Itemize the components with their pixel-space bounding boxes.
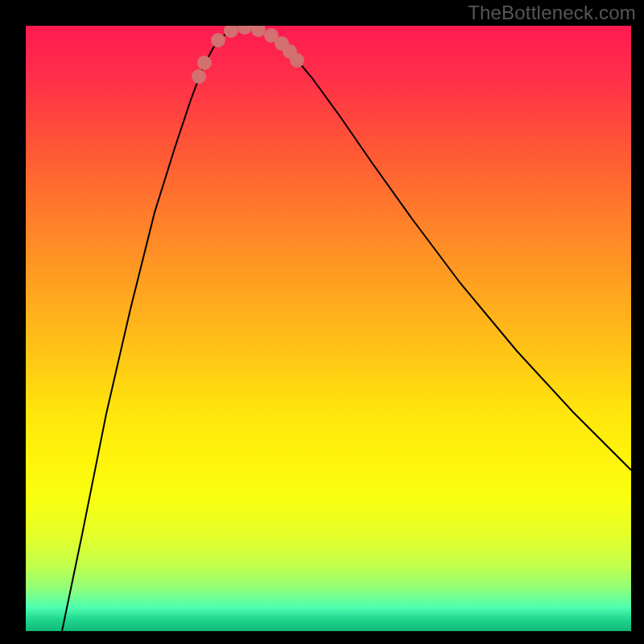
bottleneck-curve-left: [62, 27, 245, 631]
chart-frame: TheBottleneck.com: [0, 0, 644, 644]
optimum-marker: [290, 53, 304, 68]
optimum-marker: [237, 26, 252, 35]
optimum-markers: [192, 26, 304, 84]
optimum-marker: [192, 69, 206, 84]
optimum-marker: [211, 33, 225, 47]
optimum-marker: [224, 26, 238, 38]
optimum-marker: [197, 56, 212, 70]
curve-layer: [26, 26, 631, 631]
watermark-text: TheBottleneck.com: [468, 2, 636, 24]
optimum-marker: [251, 26, 266, 37]
plot-area: [26, 26, 631, 631]
bottleneck-curve-right: [245, 27, 631, 470]
